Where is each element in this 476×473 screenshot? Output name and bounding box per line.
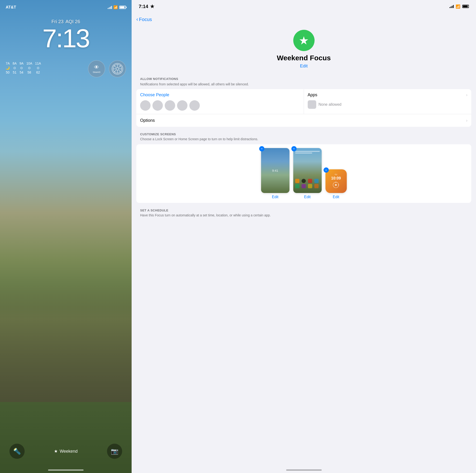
focus-nav: ‹ Focus bbox=[132, 13, 476, 26]
battery-icon bbox=[119, 6, 126, 9]
lock-minus-badge[interactable]: − bbox=[259, 146, 264, 151]
focus-back-button[interactable]: ‹ Focus bbox=[136, 16, 152, 22]
weather-hour-5: 11A ⊙ 62 bbox=[35, 62, 41, 74]
allow-notifications-desc: Notifications from selected apps will be… bbox=[136, 82, 471, 89]
app-icon-placeholder bbox=[308, 100, 316, 109]
apps-cell-header: Apps › bbox=[308, 93, 468, 98]
customize-screens-header: CUSTOMIZE SCREENS bbox=[136, 129, 471, 137]
home-thumb-wrapper: − bbox=[293, 148, 322, 193]
watch-time: 10:09 bbox=[331, 176, 341, 180]
home-app-grid bbox=[295, 179, 320, 188]
focus-status-bar: 7:14 ★ 📶 bbox=[132, 0, 476, 13]
weather-hour-1: 7A 🌙 50 bbox=[6, 62, 10, 74]
allow-notifications-header: ALLOW NOTIFICATIONS bbox=[136, 73, 471, 82]
avatar-3 bbox=[165, 100, 175, 111]
lock-thumb-wrapper: − 9:41 bbox=[261, 148, 289, 193]
lock-screen-item: − 9:41 Edit bbox=[261, 148, 289, 199]
screens-grid: − 9:41 Edit − bbox=[140, 148, 467, 199]
lock-time: 7:13 bbox=[0, 25, 132, 51]
home-screen-thumb[interactable] bbox=[293, 148, 322, 193]
avatar-4 bbox=[177, 100, 187, 111]
people-avatars bbox=[140, 100, 300, 111]
signal-icon bbox=[108, 6, 112, 9]
watch-face: Fri 10:09 bbox=[331, 173, 341, 189]
flashlight-button[interactable]: 🔦 bbox=[9, 444, 25, 459]
star-icon: ★ bbox=[54, 449, 58, 454]
steamd-icon: 👁 bbox=[94, 64, 99, 70]
avatar-5 bbox=[189, 100, 200, 111]
wheel-widget[interactable] bbox=[109, 60, 126, 77]
camera-button[interactable]: 📷 bbox=[107, 444, 122, 459]
lock-center-label: Weekend bbox=[60, 449, 78, 454]
watch-screen-item: − Fri 10:09 bbox=[325, 169, 347, 199]
options-chevron-icon: › bbox=[466, 118, 467, 123]
focus-signal-icon bbox=[449, 5, 454, 8]
apps-none-row: None allowed bbox=[308, 100, 468, 109]
focus-time-value: 7:14 bbox=[139, 4, 148, 9]
focus-home-indicator[interactable] bbox=[286, 470, 322, 471]
notifications-card: Choose People Apps › bbox=[136, 89, 471, 127]
svg-line-7 bbox=[119, 70, 121, 72]
svg-point-11 bbox=[335, 184, 337, 186]
home-edit-button[interactable]: Edit bbox=[304, 195, 311, 199]
choose-people-cell[interactable]: Choose People bbox=[136, 89, 304, 114]
steamd-widget[interactable]: 👁 SteamD bbox=[88, 60, 105, 77]
set-schedule-header: SET A SCHEDULE bbox=[136, 205, 471, 213]
choose-people-label[interactable]: Choose People bbox=[140, 93, 300, 98]
focus-wifi-icon: 📶 bbox=[456, 4, 460, 9]
customize-screens-desc: Choose a Lock Screen or Home Screen page… bbox=[136, 137, 471, 145]
watch-edit-button[interactable]: Edit bbox=[333, 195, 340, 199]
avatar-1 bbox=[140, 100, 151, 111]
watch-complication bbox=[332, 181, 340, 189]
svg-line-8 bbox=[119, 65, 121, 67]
focus-title: Weekend Focus bbox=[277, 54, 331, 62]
home-indicator[interactable] bbox=[48, 470, 84, 471]
watch-minus-badge[interactable]: − bbox=[323, 167, 329, 173]
focus-screen: 7:14 ★ 📶 ‹ Focus ★ Weekend Focus bbox=[132, 0, 476, 473]
lock-status-bar: AT&T 📶 bbox=[0, 0, 132, 12]
lock-date-weather: Fri 23 AQI 26 7:13 bbox=[0, 19, 132, 51]
chevron-left-icon: ‹ bbox=[136, 16, 138, 22]
home-screen-widgets bbox=[295, 151, 320, 153]
apps-chevron-icon: › bbox=[466, 93, 467, 98]
focus-battery-icon bbox=[462, 5, 469, 8]
watch-screen-thumb[interactable]: Fri 10:09 bbox=[325, 169, 347, 193]
back-label: Focus bbox=[139, 17, 152, 22]
lock-screen: AT&T 📶 Fri 23 AQI 26 7:13 7A 🌙 bbox=[0, 0, 132, 473]
focus-icon-circle: ★ bbox=[293, 30, 315, 51]
svg-point-13 bbox=[338, 184, 339, 185]
apps-cell[interactable]: Apps › None allowed bbox=[304, 89, 472, 114]
wheel-inner bbox=[112, 63, 123, 75]
steamd-label: SteamD bbox=[93, 71, 101, 73]
focus-status-time: 7:14 ★ bbox=[139, 3, 154, 9]
screens-card: − 9:41 Edit − bbox=[136, 144, 471, 203]
wheel-icon bbox=[112, 63, 123, 75]
flashlight-icon: 🔦 bbox=[13, 448, 21, 455]
lock-status-icons: 📶 bbox=[108, 5, 126, 9]
lock-thumb-time: 9:41 bbox=[272, 169, 278, 172]
svg-point-1 bbox=[116, 68, 119, 70]
home-screen-item: − bbox=[293, 148, 322, 199]
svg-line-6 bbox=[114, 65, 116, 67]
lock-screen-thumb[interactable]: 9:41 bbox=[261, 148, 289, 193]
lock-weather-row: 7A 🌙 50 8A ⊙ 51 9A ⊙ 54 10A ⊙ 58 11A ⊙ bbox=[6, 62, 41, 74]
svg-line-9 bbox=[114, 70, 116, 72]
lock-edit-button[interactable]: Edit bbox=[272, 195, 279, 199]
watch-thumb-wrapper: − Fri 10:09 bbox=[325, 169, 347, 193]
lock-bottom-bar: 🔦 ★ Weekend 📷 bbox=[0, 444, 132, 459]
svg-point-12 bbox=[335, 182, 336, 183]
wifi-icon: 📶 bbox=[113, 5, 118, 9]
options-label: Options bbox=[140, 118, 155, 123]
apps-label: Apps bbox=[308, 93, 317, 98]
options-row[interactable]: Options › bbox=[136, 114, 471, 127]
home-minus-badge[interactable]: − bbox=[291, 146, 297, 151]
set-schedule-desc: Have this Focus turn on automatically at… bbox=[136, 213, 471, 221]
lock-widgets: 👁 SteamD bbox=[88, 60, 126, 77]
weather-hour-2: 8A ⊙ 51 bbox=[13, 62, 17, 74]
weather-hour-4: 10A ⊙ 58 bbox=[26, 62, 32, 74]
focus-status-icons: 📶 bbox=[449, 4, 469, 9]
focus-icon-star: ★ bbox=[299, 34, 309, 47]
camera-icon: 📷 bbox=[111, 448, 118, 455]
focus-header: ★ Weekend Focus Edit bbox=[132, 26, 476, 73]
focus-edit-button[interactable]: Edit bbox=[300, 63, 308, 69]
